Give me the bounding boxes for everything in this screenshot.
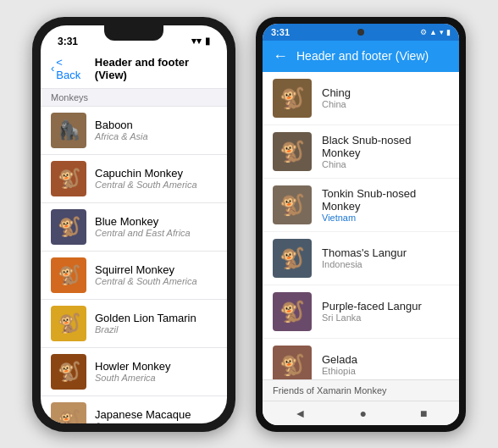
- item-region: Central & South America: [95, 180, 197, 190]
- item-name: Baboon: [95, 119, 148, 131]
- android-recents-icon[interactable]: ■: [420, 407, 427, 420]
- ios-nav-title: Header and footer (View): [95, 56, 217, 81]
- signal-icon: ▲: [429, 28, 437, 36]
- battery-icon: ▮: [205, 36, 210, 47]
- item-text: Blue Monkey Central and East Africa: [95, 215, 191, 238]
- footer-label: Friends of Xamarin Monkey: [273, 385, 387, 395]
- item-region: China: [322, 159, 449, 169]
- list-item[interactable]: Thomas's Langur Indonesia: [263, 232, 459, 285]
- item-name: Tonkin Snub-nosed Monkey: [322, 187, 449, 213]
- item-name: Squirrel Monkey: [95, 263, 197, 276]
- android-screen: 3:31 ⚙ ▲ ▾ ▮ ← Header and footer (View): [263, 24, 459, 425]
- android-camera: [357, 29, 364, 36]
- item-region: Africa & Asia: [95, 131, 148, 141]
- ios-screen: 3:31 ▾▾ ▮ ‹ < Back Header and footer (Vi…: [41, 25, 227, 423]
- item-name: Blue Monkey: [95, 215, 191, 228]
- item-text: Gelada Ethiopia: [322, 353, 449, 376]
- main-container: 3:31 ▾▾ ▮ ‹ < Back Header and footer (Vi…: [19, 3, 479, 445]
- item-text: Howler Monkey South America: [95, 360, 171, 383]
- ios-time: 3:31: [58, 36, 78, 47]
- item-region: Indonesia: [322, 259, 449, 269]
- list-item[interactable]: Capuchin Monkey Central & South America: [41, 155, 227, 203]
- item-text: Thomas's Langur Indonesia: [322, 246, 449, 269]
- item-name: Capuchin Monkey: [95, 167, 197, 180]
- ios-notch: [104, 25, 163, 41]
- item-name: Gelada: [322, 353, 449, 366]
- item-name: Golden Lion Tamarin: [95, 312, 196, 324]
- item-region: Sri Lanka: [322, 312, 449, 323]
- android-nav-bar: ◄ ● ■: [263, 401, 459, 425]
- ios-status-icons: ▾▾ ▮: [191, 36, 210, 47]
- item-name: Howler Monkey: [95, 360, 171, 373]
- wifi-icon: ▾▾: [191, 36, 202, 47]
- monkey-image: [51, 113, 86, 148]
- wifi-icon: ▾: [440, 28, 444, 36]
- item-text: Tonkin Snub-nosed Monkey Vietnam: [322, 187, 449, 223]
- item-text: Purple-faced Langur Sri Lanka: [322, 300, 449, 323]
- item-name: Black Snub-nosed Monkey: [322, 134, 449, 159]
- monkey-image: [273, 185, 312, 224]
- item-text: Ching China: [322, 86, 449, 109]
- item-name: Ching: [322, 86, 449, 99]
- android-time: 3:31: [271, 27, 290, 37]
- monkey-image: [51, 306, 86, 341]
- android-back-nav-icon[interactable]: ◄: [295, 407, 307, 420]
- ios-nav-bar: ‹ < Back Header and footer (View): [41, 51, 227, 89]
- item-text: Squirrel Monkey Central & South America: [95, 263, 197, 286]
- list-item[interactable]: Ching China: [263, 72, 459, 125]
- item-text: Baboon Africa & Asia: [95, 119, 148, 141]
- ios-section-header: Monkeys: [41, 89, 227, 107]
- android-home-icon[interactable]: ●: [359, 407, 366, 420]
- list-item[interactable]: Blue Monkey Central and East Africa: [41, 203, 227, 252]
- monkey-image: [273, 346, 312, 379]
- list-item[interactable]: Golden Lion Tamarin Brazil: [41, 300, 227, 348]
- ios-back-label: < Back: [56, 56, 87, 81]
- list-item[interactable]: Black Snub-nosed Monkey China: [263, 125, 459, 179]
- item-name: Japanese Macaque: [95, 408, 191, 421]
- item-region: Central & South America: [95, 276, 197, 286]
- item-region: Central and East Africa: [95, 228, 191, 238]
- item-text: Japanese Macaque Japan: [95, 408, 191, 423]
- monkey-image: [273, 239, 312, 278]
- monkey-image: [51, 257, 86, 293]
- ios-back-button[interactable]: ‹ < Back: [51, 56, 88, 81]
- android-back-button[interactable]: ←: [273, 47, 288, 65]
- list-item[interactable]: Purple-faced Langur Sri Lanka: [263, 285, 459, 339]
- battery-icon: ▮: [446, 28, 451, 36]
- item-name: Thomas's Langur: [322, 246, 449, 259]
- ios-phone: 3:31 ▾▾ ▮ ‹ < Back Header and footer (Vi…: [32, 17, 235, 432]
- item-region: Ethiopia: [322, 366, 449, 376]
- item-region: China: [322, 99, 449, 109]
- list-item[interactable]: Squirrel Monkey Central & South America: [41, 252, 227, 300]
- item-region: Brazil: [95, 324, 196, 335]
- item-region: Vietnam: [322, 213, 449, 223]
- list-item[interactable]: Tonkin Snub-nosed Monkey Vietnam: [263, 179, 459, 232]
- item-region: South America: [95, 373, 171, 383]
- monkey-image: [51, 209, 86, 245]
- item-text: Capuchin Monkey Central & South America: [95, 167, 197, 190]
- monkey-image: [51, 161, 86, 196]
- monkey-image: [51, 354, 86, 390]
- item-text: Black Snub-nosed Monkey China: [322, 134, 449, 169]
- monkey-image: [273, 132, 312, 171]
- list-item[interactable]: Japanese Macaque Japan: [41, 396, 227, 423]
- ios-back-chevron: ‹: [51, 62, 54, 75]
- android-status-icons: ⚙ ▲ ▾ ▮: [420, 28, 451, 36]
- android-monkey-list[interactable]: Ching China Black Snub-nosed Monkey Chin…: [263, 72, 459, 379]
- monkey-image: [273, 79, 312, 118]
- android-toolbar: ← Header and footer (View): [263, 41, 459, 72]
- list-item[interactable]: Howler Monkey South America: [41, 348, 227, 396]
- android-phone: 3:31 ⚙ ▲ ▾ ▮ ← Header and footer (View): [256, 17, 466, 432]
- item-region: Japan: [95, 421, 191, 423]
- monkey-image: [273, 292, 312, 331]
- android-toolbar-title: Header and footer (View): [296, 49, 449, 63]
- ios-monkey-list[interactable]: Baboon Africa & Asia Capuchin Monkey Cen…: [41, 107, 227, 423]
- monkey-image: [51, 402, 86, 423]
- list-item[interactable]: Gelada Ethiopia: [263, 339, 459, 379]
- item-text: Golden Lion Tamarin Brazil: [95, 312, 196, 335]
- settings-icon: ⚙: [420, 28, 427, 36]
- ios-section-label: Monkeys: [51, 92, 88, 102]
- item-name: Purple-faced Langur: [322, 300, 449, 312]
- list-item[interactable]: Baboon Africa & Asia: [41, 107, 227, 155]
- android-footer: Friends of Xamarin Monkey: [263, 379, 459, 401]
